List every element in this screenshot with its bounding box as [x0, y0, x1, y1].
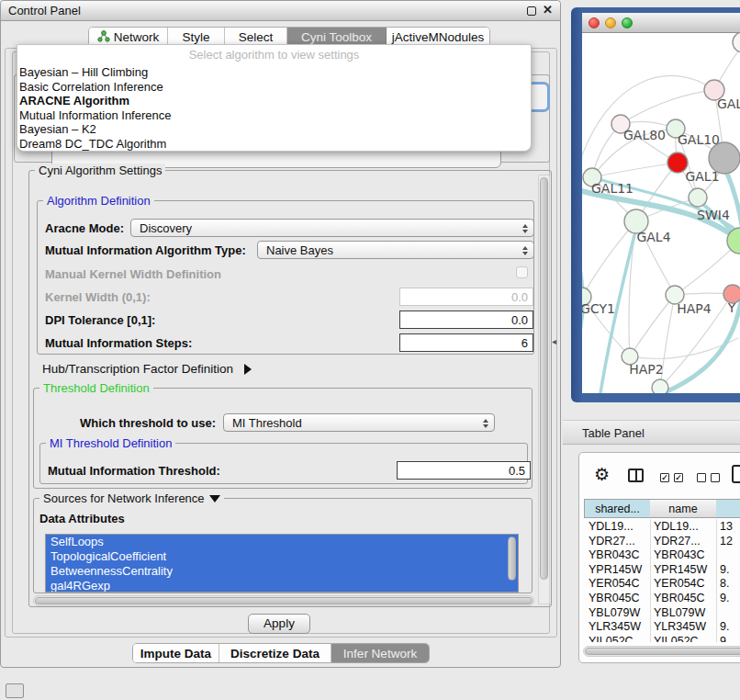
algorithm-option[interactable]: Bayesian – Hill Climbing: [17, 65, 531, 80]
algorithm-option[interactable]: Basic Correlation Inference: [17, 80, 531, 95]
table-cell: 9.: [720, 620, 729, 633]
node-label: HAP4: [677, 301, 712, 316]
column-header-shared[interactable]: shared...: [584, 499, 651, 518]
minimized-panel-icon[interactable]: [6, 683, 24, 698]
table-panel-window: ⚙ ✓ ✓ shared... name YDL19...YDL19...13Y…: [578, 452, 740, 663]
network-canvas[interactable]: GALGAL80GAL10GAL1GAL11SWI4GAL4HAP4YGCY1H…: [582, 33, 740, 393]
minimize-traffic-light-icon[interactable]: [605, 17, 616, 28]
table-row[interactable]: YDL19...YDL19...13: [584, 519, 740, 534]
table-row[interactable]: YBL079WYBL079W: [584, 605, 740, 620]
tab-infer-network[interactable]: Infer Network: [331, 644, 429, 662]
attribute-list-item[interactable]: gal4RGexp: [46, 579, 518, 593]
algorithm-option[interactable]: Mutual Information Inference: [17, 108, 531, 123]
algorithm-option[interactable]: ARACNE Algorithm: [17, 94, 531, 108]
float-window-icon[interactable]: [527, 6, 536, 16]
table-row[interactable]: YLR345WYLR345W9.: [584, 619, 740, 634]
algorithm-option[interactable]: Dream8 DC_TDC Algorithm: [17, 137, 531, 152]
table-row[interactable]: YBR045CYBR045C9.: [584, 591, 740, 605]
mi-algorithm-type-combo[interactable]: Naive Bayes: [257, 241, 534, 259]
close-icon[interactable]: ✕: [543, 3, 553, 17]
scrollbar-thumb[interactable]: [35, 597, 533, 604]
hub-definition-text: Hub/Transcription Factor Definition: [42, 362, 233, 376]
network-window-titlebar[interactable]: [582, 13, 740, 33]
close-traffic-light-icon[interactable]: [589, 17, 600, 28]
network-node[interactable]: [652, 379, 668, 393]
expand-arrow-icon[interactable]: [244, 364, 252, 375]
checked-checkbox-icon[interactable]: ✓: [660, 473, 669, 482]
table-row[interactable]: YER054CYER054C8.: [584, 576, 740, 591]
algorithm-dropdown-popup: Select algorithm to view settings Bayesi…: [17, 44, 532, 152]
tab-network[interactable]: Network: [89, 28, 168, 46]
tab-label: jActiveMNodules: [392, 30, 485, 44]
gear-icon[interactable]: ⚙: [594, 464, 610, 485]
document-icon[interactable]: [732, 465, 740, 483]
dpi-tolerance-label: DPI Tolerance [0,1]:: [45, 313, 155, 327]
node-label: GAL10: [678, 132, 720, 147]
attribute-list-item[interactable]: TopologicalCoefficient: [46, 549, 518, 564]
control-panel-titlebar[interactable]: Control Panel ✕: [1, 1, 560, 21]
scrollbar-thumb[interactable]: [585, 648, 740, 655]
network-node-swi4[interactable]: [689, 188, 707, 207]
data-attributes-list[interactable]: SelfLoopsTopologicalCoefficientBetweenne…: [45, 534, 519, 593]
checked-checkbox-icon[interactable]: ✓: [674, 473, 683, 482]
tab-cyni-toolbox[interactable]: Cyni Toolbox: [287, 28, 387, 46]
column-header-partial[interactable]: [716, 499, 740, 518]
group-title: Algorithm Definition: [43, 194, 154, 208]
unchecked-checkbox-icon[interactable]: [711, 473, 720, 482]
dpi-tolerance-input[interactable]: 0.0: [399, 310, 533, 329]
settings-horizontal-scrollbar[interactable]: [33, 595, 534, 606]
cyni-settings-group: Cyni Algorithm Settings Algorithm Defini…: [28, 170, 552, 607]
table-cell: YBR045C: [589, 592, 640, 604]
tab-label: Network: [114, 30, 160, 44]
table-row[interactable]: YPR145WYPR145W9.: [584, 562, 740, 577]
table-cell: 9: [720, 635, 726, 642]
table-cell: YBR043C: [654, 548, 705, 561]
table-row[interactable]: YBR043CYBR043C: [584, 548, 740, 562]
table-row[interactable]: YIL052CYIL052C9: [584, 634, 740, 642]
panel-collapse-handle[interactable]: ◂: [552, 336, 556, 346]
algorithm-option[interactable]: Bayesian – K2: [17, 122, 531, 137]
table-cell: YER054C: [654, 577, 705, 590]
table-cell: YPR145W: [654, 563, 707, 576]
tab-discretize-data[interactable]: Discretize Data: [219, 644, 331, 662]
scrollbar-thumb[interactable]: [540, 177, 548, 580]
list-scrollbar[interactable]: [508, 536, 516, 590]
table-panel-titlebar[interactable]: Table Panel: [563, 420, 740, 445]
tab-jactivemnodules[interactable]: jActiveMNodules: [387, 28, 489, 46]
tab-label: Style: [182, 30, 209, 44]
which-threshold-label: Which threshold to use:: [80, 416, 216, 430]
mi-threshold-input[interactable]: 0.5: [397, 461, 531, 480]
network-icon: [97, 30, 110, 43]
spinner-arrows-icon: [519, 243, 531, 257]
which-threshold-combo[interactable]: MI Threshold: [223, 413, 495, 432]
tab-style[interactable]: Style: [168, 28, 225, 46]
kernel-width-input[interactable]: 0.0: [399, 288, 533, 306]
screen: Control Panel ✕ Network Style Select: [0, 0, 740, 700]
attribute-list-item[interactable]: SelfLoops: [46, 535, 518, 549]
table-horizontal-scrollbar[interactable]: [583, 646, 740, 657]
tab-impute-data[interactable]: Impute Data: [133, 644, 219, 662]
network-node[interactable]: [733, 33, 740, 52]
node-label: GAL1: [685, 169, 719, 184]
settings-vertical-scrollbar[interactable]: [538, 175, 550, 604]
table-panel-title: Table Panel: [582, 426, 645, 440]
hub-definition-label[interactable]: Hub/Transcription Factor Definition: [42, 362, 252, 376]
table-cell: YIL052C: [654, 635, 699, 642]
column-header-name[interactable]: name: [650, 499, 717, 518]
mi-threshold-group: MI Threshold Definition Mutual Informati…: [39, 443, 528, 484]
mi-threshold-label: Mutual Information Threshold:: [48, 464, 220, 478]
node-label: GCY1: [582, 301, 615, 316]
unchecked-checkbox-icon[interactable]: [697, 473, 706, 482]
aracne-mode-combo[interactable]: Discovery: [130, 219, 534, 237]
network-edges-highlighted: [582, 171, 740, 393]
apply-button[interactable]: Apply: [248, 614, 310, 634]
split-view-icon[interactable]: [628, 469, 644, 482]
mi-steps-input[interactable]: 6: [399, 333, 533, 352]
table-row[interactable]: YDR27...YDR27...12: [584, 534, 740, 548]
scrollbar-thumb[interactable]: [508, 536, 516, 581]
tab-select[interactable]: Select: [225, 28, 287, 46]
manual-kernel-checkbox[interactable]: [516, 266, 528, 278]
collapse-arrow-icon[interactable]: [209, 495, 220, 502]
zoom-traffic-light-icon[interactable]: [622, 17, 633, 28]
attribute-list-item[interactable]: BetweennessCentrality: [46, 564, 518, 579]
